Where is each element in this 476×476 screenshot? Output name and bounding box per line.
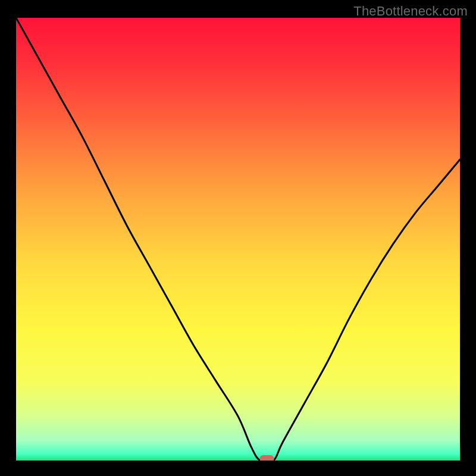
minimum-marker	[260, 455, 274, 461]
attribution-label: TheBottleneck.com	[353, 4, 468, 19]
gradient-background	[16, 18, 460, 461]
chart-frame: TheBottleneck.com	[0, 0, 476, 476]
chart-svg	[16, 18, 460, 461]
plot-area	[16, 18, 460, 461]
